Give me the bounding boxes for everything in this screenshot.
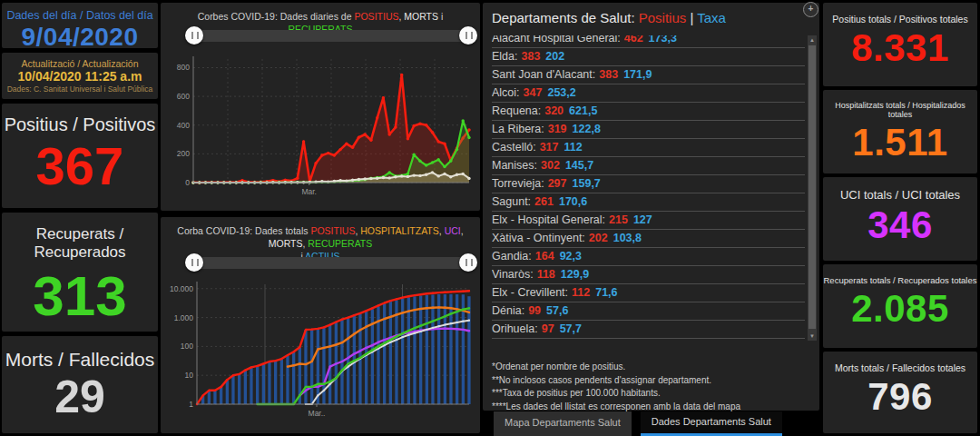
slider-handle-left-icon[interactable] (185, 26, 203, 45)
chart-title-segment: MORTS (269, 238, 303, 249)
department-row[interactable]: Alacant Hospital General:462173,3 (492, 35, 805, 48)
department-name: Elda: (492, 50, 518, 63)
chart-title-segment: MORTS (404, 11, 438, 22)
update-panel: Actualització / Actualización 10/04/2020… (2, 53, 158, 99)
total-curves-chart: 1101001.00010.000Mar.. (166, 275, 475, 430)
svg-text:0: 0 (185, 178, 190, 187)
svg-text:Mar.: Mar. (301, 187, 317, 196)
department-name: Manises: (492, 159, 537, 172)
slider-handle-left-icon[interactable] (185, 253, 203, 272)
note-line: *Ordenat per nombre de positius. (492, 361, 740, 374)
department-positius-value: 317 (540, 141, 559, 154)
department-taxa-value: 202 (545, 50, 564, 63)
department-positius-value: 97 (542, 322, 554, 335)
department-taxa-value: 103,8 (613, 232, 642, 244)
departments-panel: Departaments de Salut: Positius | Taxa A… (483, 3, 819, 411)
department-positius-value: 118 (537, 268, 555, 281)
department-name: Elx - Crevillent: (492, 286, 568, 299)
department-taxa-value: 57,7 (560, 322, 582, 335)
department-name: Alacant Hospital General: (492, 35, 621, 45)
department-row[interactable]: Elda:383202 (492, 48, 805, 66)
department-row[interactable]: Alcoi:347253,2 (492, 84, 805, 103)
chart-title-segment: POSITIUS (354, 11, 398, 22)
total-panel-label: Recuperats totals / Recuperados totales (823, 275, 977, 285)
scrollbar[interactable]: ▲ ▼ (808, 35, 817, 341)
department-row[interactable]: Elx - Crevillent:11271,6 (492, 284, 805, 302)
total-panel-label: UCI totals / UCI totales (823, 188, 977, 202)
department-name: Sagunt: (492, 195, 531, 208)
department-positius-value: 261 (534, 195, 554, 208)
department-row[interactable]: Vinaròs:118129,9 (492, 266, 805, 284)
daily-positius-value: 367 (2, 135, 158, 196)
department-positius-value: 383 (522, 50, 541, 63)
department-row[interactable]: Torrevieja:297159,7 (492, 175, 805, 193)
department-name: Castelló: (492, 141, 536, 154)
svg-text:200: 200 (177, 149, 190, 158)
tab-mapa-departaments[interactable]: Mapa Departaments Salut (494, 411, 632, 436)
department-taxa-value: 159,7 (573, 177, 601, 190)
total-panel-value: 796 (823, 375, 977, 419)
daily-morts-label: Morts / Fallecidos (2, 349, 158, 371)
departments-title: Departaments de Salut: Positius | Taxa (492, 10, 726, 25)
department-row[interactable]: Gandia:16492,3 (492, 248, 805, 266)
department-name: Vinaròs: (492, 268, 534, 281)
total-panel-label: Morts totals / Fallecidos totales (823, 362, 977, 373)
department-row[interactable]: Sagunt:261170,6 (492, 193, 805, 212)
chart2-time-range-slider[interactable] (193, 257, 469, 269)
total-panel: UCI totals / UCI totales346 (823, 177, 977, 261)
date-label: Dades del día / Datos del día (2, 9, 158, 22)
department-positius-value: 164 (535, 250, 554, 263)
total-panel-label: Positius totals / Positivos totales (823, 14, 977, 25)
department-row[interactable]: Manises:302145,7 (492, 157, 805, 175)
department-row[interactable]: Sant Joan d'Alacant:383171,9 (492, 66, 805, 84)
update-timestamp: 10/04/2020 11:25 a.m (2, 69, 158, 84)
data-source: Dades: C. Sanitat Universal i Salut Públ… (2, 84, 158, 94)
departments-title-taxa: Taxa (697, 10, 726, 25)
note-line: **No inclosos casos pendents d'assignar … (492, 374, 740, 388)
svg-text:Mar..: Mar.. (309, 409, 326, 418)
date-panel: Dades del día / Datos del día 9/04/2020 (2, 3, 158, 48)
scroll-up-icon[interactable]: ▲ (808, 35, 817, 45)
svg-text:600: 600 (177, 92, 190, 101)
slider-handle-right-icon[interactable] (459, 253, 477, 272)
departments-title-positius: Positius (639, 10, 687, 25)
department-taxa-value: 122,8 (573, 123, 601, 135)
slider-handle-right-icon[interactable] (459, 26, 477, 45)
daily-curves-chart-panel: Corbes COVID-19: Dades diaries de POSITI… (161, 3, 480, 211)
tab-dades-departaments[interactable]: Dades Departaments Salut (641, 411, 782, 436)
department-positius-value: 319 (548, 123, 567, 135)
department-positius-value: 297 (548, 177, 567, 190)
chart-title-segment: UCI (445, 225, 461, 236)
svg-text:800: 800 (177, 63, 190, 72)
department-row[interactable]: Elx - Hospital General:215127 (492, 212, 805, 230)
department-row[interactable]: Castelló:317112 (492, 139, 805, 157)
scroll-down-icon[interactable]: ▼ (808, 332, 817, 341)
daily-recuperats-panel: Recuperats / Recuperados 313 (2, 213, 158, 332)
department-name: Elx - Hospital General: (492, 213, 605, 226)
department-row[interactable]: La Ribera:319122,8 (492, 121, 805, 139)
department-taxa-value: 145,7 (565, 159, 593, 172)
chart-title-segment: POSITIUS (310, 225, 355, 236)
department-row[interactable]: Xàtiva - Ontinyent:202103,8 (492, 230, 805, 248)
daily-positius-label: Positius / Positivos (2, 114, 158, 135)
total-panel-value: 8.331 (823, 26, 977, 70)
department-name: Alcoi: (492, 86, 520, 99)
department-row[interactable]: Orihuela:9757,7 (492, 321, 805, 339)
daily-morts-value: 29 (2, 371, 158, 423)
departments-list[interactable]: Alacant Hospital General:462173,3Elda:38… (492, 35, 805, 341)
svg-text:10: 10 (185, 371, 194, 380)
department-row[interactable]: Dénia:9957,6 (492, 302, 805, 321)
scrollbar-thumb[interactable] (808, 45, 816, 329)
svg-text:400: 400 (177, 121, 190, 130)
department-positius-value: 99 (528, 304, 541, 317)
department-taxa-value: 57,6 (546, 304, 568, 317)
daily-morts-panel: Morts / Fallecidos 29 (2, 336, 158, 433)
expand-icon[interactable] (803, 2, 818, 17)
department-name: Sant Joan d'Alacant: (492, 68, 595, 81)
department-taxa-value: 171,9 (623, 68, 652, 81)
total-panel: Recuperats totals / Recuperados totales2… (823, 264, 977, 348)
svg-text:1.000: 1.000 (174, 313, 194, 322)
department-row[interactable]: Requena:320621,5 (492, 103, 805, 121)
department-name: La Ribera: (492, 123, 544, 135)
chart1-time-range-slider[interactable] (193, 30, 469, 42)
